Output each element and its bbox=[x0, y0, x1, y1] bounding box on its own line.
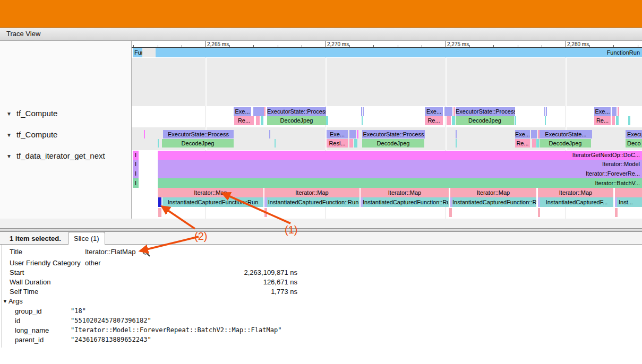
trace-slice[interactable]: InstantiatedCapturedFunction::Run bbox=[452, 197, 536, 207]
trace-slice[interactable]: Exe... bbox=[327, 130, 348, 138]
chevron-down-icon[interactable]: ▼ bbox=[6, 132, 12, 138]
ruler-minor-tick bbox=[229, 45, 230, 47]
trace-slice[interactable] bbox=[515, 116, 516, 125]
trace-slice[interactable] bbox=[362, 116, 363, 125]
trace-slice[interactable] bbox=[158, 139, 159, 148]
trace-slice[interactable]: Iterator::BatchV... bbox=[158, 178, 642, 188]
trace-slice[interactable] bbox=[158, 208, 161, 217]
trace-slice[interactable]: DecodeJpeg bbox=[267, 116, 326, 125]
trace-slice[interactable]: DecodeJpeg bbox=[362, 139, 424, 148]
trace-slice[interactable] bbox=[531, 130, 537, 138]
trace-slice[interactable]: Iterator::Model bbox=[158, 160, 642, 169]
trace-slice[interactable]: Iterator::ForeverRe... bbox=[158, 169, 642, 178]
trace-slice[interactable]: DecodeJpeg bbox=[456, 116, 514, 125]
trace-slice[interactable] bbox=[256, 116, 260, 125]
trace-slice[interactable]: Inst... bbox=[617, 197, 642, 207]
trace-slice[interactable] bbox=[452, 116, 455, 125]
trace-slice[interactable]: Iterator::Map bbox=[264, 188, 359, 197]
trace-slice[interactable]: ExecutorState::Process bbox=[267, 107, 326, 116]
trace-slice[interactable] bbox=[326, 116, 328, 125]
trace-slice[interactable]: Re... bbox=[594, 116, 611, 125]
trace-slice[interactable]: Re... bbox=[234, 116, 254, 125]
trace-slice[interactable] bbox=[628, 116, 630, 125]
trace-slice[interactable] bbox=[275, 139, 276, 148]
trace-slice[interactable] bbox=[616, 116, 619, 125]
trace-slice[interactable]: Re... bbox=[515, 139, 530, 148]
trace-slice[interactable]: I bbox=[133, 160, 139, 169]
ruler-minor-tick bbox=[278, 45, 278, 47]
trace-slice[interactable]: Exe... bbox=[234, 107, 251, 116]
args-expander-row[interactable]: ▼Args bbox=[0, 297, 372, 307]
trace-slice[interactable]: Iterator::Map bbox=[158, 188, 263, 197]
chevron-down-icon[interactable]: ▼ bbox=[6, 111, 12, 117]
trace-slice[interactable]: Exe... bbox=[425, 107, 443, 116]
trace-slice[interactable] bbox=[545, 116, 546, 125]
trace-slice[interactable] bbox=[261, 116, 263, 125]
trace-slice[interactable] bbox=[349, 130, 356, 138]
sidebar-item-tf-compute-1[interactable]: ▼tf_Compute bbox=[6, 109, 57, 118]
trace-slice[interactable]: Iterator::Map bbox=[450, 188, 536, 197]
trace-slice[interactable]: InstantiatedCapturedFunction::Run bbox=[162, 197, 263, 207]
trace-slice[interactable]: InstantiatedCapturedFunction::Run bbox=[267, 197, 359, 207]
sidebar-item-tf-data-iterator-get-next[interactable]: ▼tf_data_iterator_get_next bbox=[6, 151, 105, 160]
search-icon[interactable] bbox=[142, 249, 150, 257]
trace-slice[interactable] bbox=[449, 208, 452, 217]
trace-slice[interactable]: Exe... bbox=[515, 130, 530, 138]
trace-slice[interactable] bbox=[538, 208, 540, 217]
timeline-canvas[interactable]: 2,265 ms2,270 ms2,275 ms2,280 ms FunFunc… bbox=[132, 41, 642, 219]
trace-slice[interactable]: ExecutorState::Process bbox=[456, 107, 515, 116]
chevron-down-icon[interactable]: ▼ bbox=[6, 153, 12, 159]
trace-slice[interactable] bbox=[354, 139, 357, 148]
trace-slice[interactable]: FunctionRun bbox=[156, 48, 642, 57]
trace-slice[interactable]: Iterator::Map bbox=[538, 188, 613, 197]
trace-slice[interactable]: Execu bbox=[626, 130, 642, 138]
triangle-down-icon[interactable]: ▼ bbox=[3, 299, 7, 304]
trace-slice[interactable] bbox=[253, 107, 264, 116]
panel-splitter-handle[interactable] bbox=[0, 228, 642, 232]
trace-slice[interactable]: Iterator::Map bbox=[361, 188, 449, 197]
tab-slice[interactable]: Slice (1) bbox=[68, 232, 105, 245]
trace-slice[interactable] bbox=[544, 107, 545, 116]
selected-trace-slice[interactable] bbox=[158, 197, 161, 207]
trace-slice[interactable]: Resi... bbox=[327, 139, 348, 148]
trace-slice[interactable] bbox=[269, 130, 270, 138]
time-ruler[interactable]: 2,265 ms2,270 ms2,275 ms2,280 ms bbox=[132, 41, 642, 48]
trace-slice[interactable]: InstantiatedCapturedFunction::Run bbox=[363, 197, 449, 207]
trace-slice[interactable]: Fun bbox=[133, 48, 142, 57]
trace-slice[interactable] bbox=[264, 208, 267, 217]
trace-slice[interactable]: ExecutorState... bbox=[540, 130, 592, 138]
trace-slice[interactable] bbox=[453, 107, 455, 116]
trace-slice[interactable]: Re... bbox=[425, 116, 443, 125]
trace-slice[interactable]: DecodeJpeg bbox=[540, 139, 591, 148]
trace-slice[interactable] bbox=[546, 107, 547, 116]
trace-slice[interactable] bbox=[233, 139, 234, 148]
trace-slice[interactable] bbox=[615, 208, 618, 217]
trace-slice[interactable] bbox=[144, 130, 145, 138]
trace-slice[interactable]: Deco bbox=[626, 139, 642, 148]
trace-slice[interactable] bbox=[447, 116, 451, 125]
trace-slice[interactable] bbox=[456, 130, 457, 138]
trace-slice[interactable]: I bbox=[133, 151, 139, 160]
trace-slice[interactable] bbox=[536, 139, 539, 148]
trace-slice[interactable] bbox=[349, 139, 353, 148]
trace-slice[interactable]: IteratorGetNextOp::DoC... bbox=[158, 151, 642, 160]
trace-slice[interactable] bbox=[444, 107, 452, 116]
trace-slice[interactable] bbox=[612, 116, 615, 125]
trace-slice[interactable] bbox=[361, 107, 362, 116]
trace-slice[interactable] bbox=[363, 107, 364, 116]
trace-slice[interactable]: Exe... bbox=[594, 107, 611, 116]
trace-slice[interactable] bbox=[615, 188, 642, 197]
trace-slice[interactable] bbox=[618, 107, 619, 116]
trace-slice[interactable] bbox=[612, 107, 617, 116]
trace-slice[interactable] bbox=[456, 139, 457, 148]
sidebar-item-tf-compute-2[interactable]: ▼tf_Compute bbox=[6, 130, 57, 139]
trace-slice[interactable]: I bbox=[133, 178, 139, 188]
trace-slice[interactable] bbox=[264, 107, 266, 116]
trace-slice[interactable]: DecodeJpeg bbox=[163, 139, 233, 148]
trace-slice[interactable]: I bbox=[133, 169, 139, 178]
trace-slice[interactable]: ExecutorState::Process bbox=[163, 130, 234, 138]
trace-slice[interactable] bbox=[357, 130, 358, 138]
trace-slice[interactable]: ExecutorState::Process bbox=[362, 130, 425, 138]
trace-slice[interactable]: InstantiatedCapturedF... bbox=[540, 197, 613, 207]
trace-slice[interactable] bbox=[532, 139, 536, 148]
